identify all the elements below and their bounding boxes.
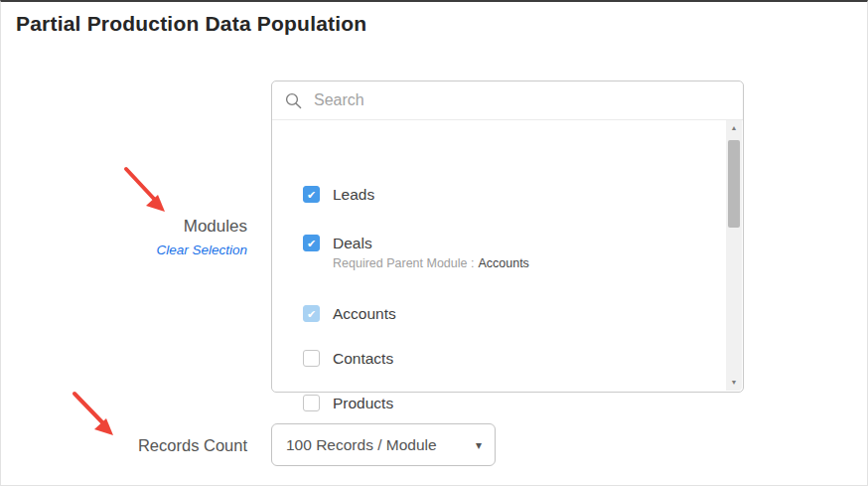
annotation-arrow-records-count-icon	[67, 388, 126, 443]
page-title: Partial Production Data Population	[16, 12, 366, 36]
dropdown-caret-icon: ▾	[476, 438, 482, 452]
records-count-value: 100 Records / Module	[286, 436, 437, 454]
module-list: Leads Deals Required Parent Module :Acco…	[272, 119, 726, 392]
module-row-contacts[interactable]: Contacts	[303, 349, 393, 368]
module-checkbox-products[interactable]	[303, 395, 320, 411]
records-count-dropdown[interactable]: 100 Records / Module ▾	[271, 423, 496, 466]
module-text: Contacts	[333, 349, 393, 368]
clear-selection-link[interactable]: Clear Selection	[156, 243, 247, 257]
module-label: Accounts	[333, 305, 396, 322]
module-checkbox-contacts[interactable]	[303, 350, 320, 367]
modules-picker: Leads Deals Required Parent Module :Acco…	[271, 81, 744, 393]
module-checkbox-deals[interactable]	[303, 235, 320, 251]
module-search-input[interactable]	[312, 90, 743, 110]
module-row-leads[interactable]: Leads	[303, 185, 374, 204]
records-count-field-label: Records Count	[53, 436, 247, 455]
scrollbar-down-arrow-icon[interactable]: ▼	[726, 376, 742, 390]
module-required-parent-note: Required Parent Module :Accounts	[333, 256, 529, 271]
module-text: Deals Required Parent Module :Accounts	[333, 234, 529, 271]
module-checkbox-leads[interactable]	[303, 186, 320, 203]
partial-production-data-population-panel: Partial Production Data Population Modul…	[0, 0, 868, 486]
module-label: Deals	[333, 235, 372, 251]
module-text: Accounts	[333, 304, 396, 323]
search-icon	[285, 92, 302, 109]
module-label: Contacts	[333, 350, 393, 367]
module-row-products[interactable]: Products	[303, 394, 393, 412]
scrollbar-thumb[interactable]	[728, 140, 740, 228]
module-text: Leads	[333, 185, 374, 204]
scrollbar-up-arrow-icon[interactable]: ▲	[726, 121, 742, 135]
required-parent-note-value: Accounts	[478, 256, 528, 270]
module-row-deals[interactable]: Deals Required Parent Module :Accounts	[303, 234, 529, 271]
module-checkbox-accounts[interactable]	[303, 305, 320, 322]
required-parent-note-label: Required Parent Module :	[333, 256, 474, 270]
module-label: Products	[333, 395, 393, 411]
module-row-accounts[interactable]: Accounts	[303, 304, 396, 323]
module-text: Products	[333, 394, 393, 412]
module-label: Leads	[333, 186, 374, 203]
annotation-arrow-modules-icon	[118, 161, 178, 221]
modules-field: Modules Clear Selection	[53, 217, 247, 258]
modules-field-label: Modules	[53, 217, 247, 237]
module-search-row	[272, 81, 743, 120]
module-list-scrollbar[interactable]: ▲ ▼	[726, 120, 742, 391]
